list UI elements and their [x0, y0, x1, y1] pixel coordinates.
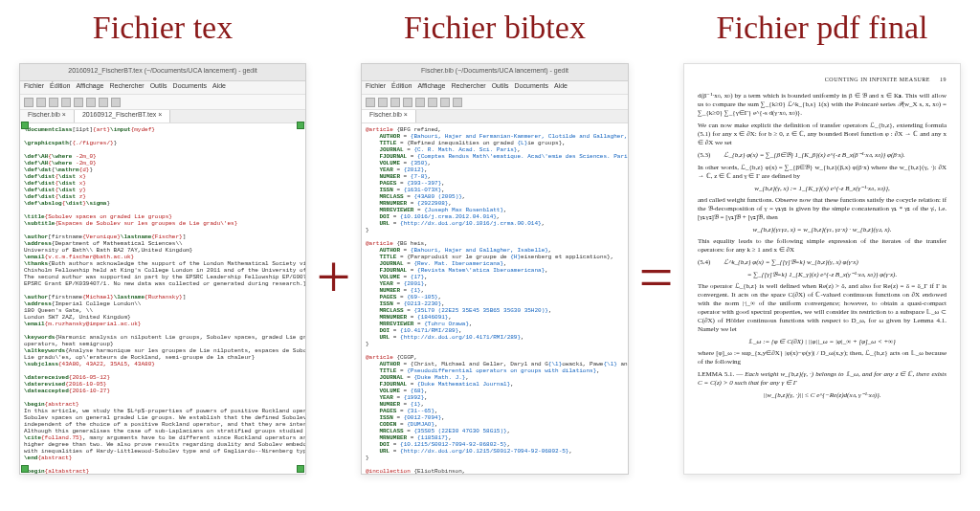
- menu-item[interactable]: Outils: [150, 82, 167, 93]
- copy-icon[interactable]: [86, 98, 96, 107]
- bib-editor-window: Fischer.bib (~/Documents/UCA lancement) …: [361, 63, 629, 475]
- pdf-equation: = ∑_{[γ]𝔅=k} 1_{K_γ}(x) e^{-z B_x(γ⁻¹·x₀…: [698, 271, 947, 279]
- equals-operator: =: [637, 67, 676, 488]
- pdf-equation: w_{b,z}(γ₁γ₂, x) = w_{b,z}(γ₁, γ₂·x) · w…: [698, 226, 947, 234]
- pdf-paragraph: d(β⁻¹·x₀, x₀) by a term which is bounded…: [698, 92, 947, 118]
- save-icon[interactable]: [36, 98, 46, 107]
- bib-editor-body[interactable]: @article {BFG refined, AUTHOR = {Bahouri…: [362, 123, 628, 474]
- open-icon[interactable]: [366, 98, 375, 107]
- pdf-equation: ℒ^k_{b,z} φ(x) = ∑_{[γ]𝔅=k} w_{b,z}(γ, x…: [724, 258, 858, 266]
- marker-icon: [297, 122, 304, 129]
- open-icon[interactable]: [24, 98, 33, 107]
- menu-item[interactable]: Rechercher: [451, 82, 485, 93]
- tab-fischer-bib[interactable]: Fischer.bib ×: [362, 110, 416, 122]
- pdf-equation: 𝕃_ω := {φ ∈ C(∂X) | ||φ||_ω = |φ|_∞ + [φ…: [698, 338, 947, 346]
- tex-titlebar: 20160912_FischerBT.tex (~/Documents/UCA …: [20, 64, 305, 81]
- redo-icon[interactable]: [61, 98, 71, 107]
- eq-label: (5.3): [698, 151, 710, 159]
- tex-editor-body[interactable]: \documentclass[11pt]{art}\input{mydef} \…: [20, 123, 305, 474]
- pdf-equation: ||w_{b,z}(γ, ·)|| ≤ C e^{−Re(z)d(x₀, γ⁻¹…: [698, 391, 947, 400]
- search-icon[interactable]: [111, 98, 121, 107]
- bib-title: Fichier bibtex: [404, 10, 586, 46]
- bib-tabs: Fischer.bib ×: [362, 110, 628, 123]
- menu-item[interactable]: Documents: [173, 82, 207, 93]
- pdf-paragraph: In other words, ℒ_{b,z} φ(x) = ∑_{β∈𝔅} w…: [698, 164, 947, 181]
- undo-icon[interactable]: [49, 98, 58, 107]
- tab-fischer-tex[interactable]: 20160912_FischerBT.tex ×: [75, 110, 170, 122]
- bib-titlebar: Fischer.bib (~/Documents/UCA lancement) …: [362, 64, 628, 81]
- tex-title: Fichier tex: [93, 10, 233, 46]
- menu-item[interactable]: Édition: [391, 82, 412, 93]
- copy-icon[interactable]: [428, 98, 437, 107]
- layout-container: Fichier tex 20160912_FischerBT.tex (~/Do…: [0, 0, 980, 511]
- menu-item[interactable]: Outils: [492, 82, 509, 93]
- redo-icon[interactable]: [403, 98, 412, 107]
- lemma-label: LEMMA 5.1. —: [698, 370, 743, 378]
- search-icon[interactable]: [453, 98, 462, 107]
- pdf-paragraph: where [φ]_ω := sup_{x,y∈∂X} |φ(x)−φ(y)| …: [698, 349, 947, 367]
- paste-icon[interactable]: [440, 98, 450, 107]
- pdf-equation: w_{b,z}(γ, x) := 1_{K_γ}(x) e^{-z B_x(γ⁻…: [698, 185, 947, 193]
- pdf-lemma: LEMMA 5.1. — Each weight w_{b,z}(γ, ·) b…: [698, 370, 947, 388]
- plus-operator: +: [315, 67, 353, 488]
- menu-item[interactable]: Aide: [212, 82, 226, 93]
- tex-column: Fichier tex 20160912_FischerBT.tex (~/Do…: [19, 10, 306, 475]
- bib-toolbar: [362, 95, 628, 110]
- tex-editor-window: 20160912_FischerBT.tex (~/Documents/UCA …: [19, 63, 306, 475]
- menu-item[interactable]: Fichier: [366, 82, 386, 93]
- menu-item[interactable]: Édition: [50, 82, 70, 93]
- marker-icon: [297, 465, 304, 473]
- menu-item[interactable]: Aide: [554, 82, 568, 93]
- pdf-equation: ℒ_{b,z} φ(x) = ∑_{β∈𝔅} 1_{K_β}(x) e^{-z …: [724, 151, 904, 159]
- pdf-running-title: COUNTING IN INFINITE MEASURE: [825, 77, 930, 82]
- menu-item[interactable]: Rechercher: [109, 82, 144, 93]
- menu-item[interactable]: Fichier: [24, 82, 44, 93]
- bib-menubar[interactable]: Fichier Édition Affichage Rechercher Out…: [362, 81, 628, 95]
- pdf-paragraph: and called weight functions. Observe now…: [698, 196, 947, 222]
- pdf-header: COUNTING IN INFINITE MEASURE 19: [698, 76, 947, 84]
- menu-item[interactable]: Affichage: [417, 82, 445, 93]
- paste-icon[interactable]: [99, 98, 108, 107]
- undo-icon[interactable]: [390, 98, 400, 107]
- menu-item[interactable]: Affichage: [76, 82, 103, 93]
- save-icon[interactable]: [378, 98, 388, 107]
- pdf-paragraph: We can now make explicit the definition …: [698, 122, 947, 147]
- menu-item[interactable]: Documents: [515, 82, 548, 93]
- pdf-equation-row: (5.4) ℒ^k_{b,z} φ(x) = ∑_{[γ]𝔅=k} w_{b,z…: [698, 258, 947, 267]
- marker-icon: [21, 465, 29, 473]
- tex-toolbar: [20, 95, 305, 110]
- pdf-paragraph: This equality leads to the following sim…: [698, 237, 947, 255]
- pdf-page-number: 19: [940, 77, 947, 82]
- pdf-column: Fichier pdf final COUNTING IN INFINITE M…: [683, 10, 961, 475]
- tex-menubar[interactable]: Fichier Édition Affichage Rechercher Out…: [20, 81, 305, 95]
- bib-column: Fichier bibtex Fischer.bib (~/Documents/…: [361, 10, 629, 475]
- pdf-equation-row: (5.3) ℒ_{b,z} φ(x) = ∑_{β∈𝔅} 1_{K_β}(x) …: [698, 151, 947, 160]
- eq-label: (5.4): [698, 258, 710, 266]
- pdf-paragraph: The operator ℒ_{b,z} is well defined whe…: [698, 282, 947, 334]
- tex-tabs: Fischer.bib × 20160912_FischerBT.tex ×: [20, 110, 305, 123]
- pdf-page: COUNTING IN INFINITE MEASURE 19 d(β⁻¹·x₀…: [683, 63, 961, 475]
- cut-icon[interactable]: [415, 98, 425, 107]
- marker-icon: [21, 122, 29, 129]
- cut-icon[interactable]: [74, 98, 83, 107]
- pdf-title: Fichier pdf final: [717, 10, 928, 46]
